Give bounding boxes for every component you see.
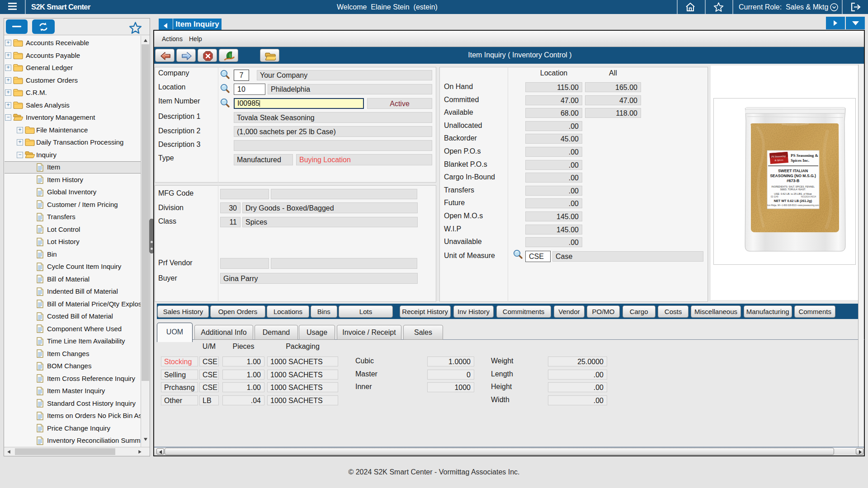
svg-text:Iron Ridge, WI • 1-800-328-831: Iron Ridge, WI • 1-800-328-8313 • www.ps… (767, 204, 819, 206)
svg-text:PS Seasoning &: PS Seasoning & (791, 153, 819, 158)
svg-text:& Spices: & Spices (774, 159, 783, 162)
svg-text:#673-B: #673-B (787, 178, 799, 183)
svg-text:SEED, TORULA YEAST.: SEED, TORULA YEAST. (780, 188, 806, 191)
svg-text:SWEET ITALIAN: SWEET ITALIAN (778, 169, 808, 173)
svg-text:NET WT 0.62 LB (261.2g): NET WT 0.62 LB (261.2g) (774, 199, 812, 203)
svg-text:Spices Inc.: Spices Inc. (791, 158, 809, 163)
svg-text:02-1140: 02-1140 (771, 196, 778, 198)
svg-text:NO11616 04214: NO11616 04214 (801, 196, 816, 198)
svg-text:USE: 0.62 LB. to 25 LBS. of Me: USE: 0.62 LB. to 25 LBS. of Meat (774, 192, 812, 195)
svg-text:SEASONING (NO M.S.G.): SEASONING (NO M.S.G.) (770, 174, 816, 178)
